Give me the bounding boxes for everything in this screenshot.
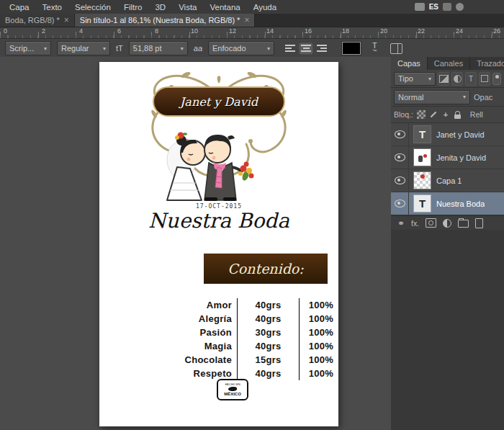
row-qty: 15grs [238,353,300,367]
ruler-tick: 12 [229,27,236,35]
new-layer-icon[interactable] [475,218,483,228]
lock-transparency-icon[interactable] [417,110,426,119]
row-qty: 40grs [238,312,300,326]
eye-icon [395,200,405,207]
menu-seleccion[interactable]: Selección [68,1,117,13]
mexico-stamp: HECHO EN MÉXICO [217,379,248,400]
tool-preset-dropdown[interactable]: Scrip... ▾ [5,41,51,55]
chevron-down-icon: ▾ [267,45,270,52]
layer-row-nuestra-boda[interactable]: T Nuestra Boda [391,192,504,215]
lock-all-icon[interactable] [454,110,462,119]
ruler-tick: 4 [79,27,83,35]
font-size-dropdown[interactable]: 51,88 pt ▾ [129,41,188,55]
filter-shape-button[interactable] [479,72,490,86]
names-plaque: Janet y David [153,86,285,117]
tray-app-icon[interactable] [456,3,464,11]
content-heading-bar: Contenido: [204,254,328,284]
link-layers-icon[interactable]: ⚭ [397,219,405,228]
toggle-panels-button[interactable] [390,43,402,54]
ruler-tick: 10 [191,27,198,35]
ime-icon[interactable] [443,3,451,11]
tab-trazados[interactable]: Trazados [470,57,504,70]
lock-position-icon[interactable]: + [441,110,450,119]
layer-row-jenita-y-david[interactable]: Jenita y David [391,146,504,169]
eye-icon [395,176,405,184]
ruler-tick: 0 [4,27,7,35]
language-indicator[interactable]: ES [429,3,438,11]
row-qty: 40grs [238,339,300,353]
close-icon[interactable]: × [244,16,249,24]
ruler-tick: 14 [266,27,274,35]
fill-label: Rell [470,110,483,119]
content-heading: Contenido: [228,261,303,277]
tab-sin-titulo[interactable]: Sin título-1 al 86,1% (Nuestra Boda, RGB… [75,14,256,27]
row-label: Magia [163,339,238,353]
visibility-toggle[interactable] [391,169,409,192]
add-mask-icon[interactable] [426,218,436,228]
warp-wave-icon: ~ [372,48,377,53]
align-left-button[interactable] [283,42,297,55]
align-center-icon [301,44,311,53]
filter-kind-dropdown[interactable]: Tipo ▾ [394,72,436,86]
main-area: Janet y David [0,57,504,430]
tab-label: Boda, RGB/8) * [5,16,60,24]
keyboard-icon[interactable] [415,3,425,11]
menu-filtro[interactable]: Filtro [117,1,149,13]
align-center-button[interactable] [299,42,313,55]
chevron-down-icon: ▾ [181,45,184,52]
filter-toggle-switch[interactable] [492,73,501,85]
document-canvas[interactable]: Janet y David [99,62,338,426]
blend-mode-value: Normal [398,93,423,102]
layer-name: Jenita y David [436,153,486,162]
transparent-layer-thumbnail[interactable] [413,171,431,189]
tab-canales[interactable]: Canales [428,57,470,70]
lock-pixels-icon[interactable] [429,110,438,119]
row-qty: 40grs [238,298,300,312]
align-right-button[interactable] [315,42,329,55]
filter-adjustment-button[interactable] [451,72,463,86]
eye-icon [395,153,405,161]
layers-panel: Tipo ▾ T Normal ▾ Opac [391,70,504,230]
text-layer-thumbnail[interactable]: T [413,125,431,143]
horizontal-ruler[interactable]: 0 2 4 6 8 10 12 14 16 18 20 22 24 26 [0,27,504,39]
filter-pixel-button[interactable] [438,72,449,86]
content-table: Amor 40grs 100% Alegría 40grs 100% Pasió… [163,298,338,380]
document-title-text: Nuestra Boda [99,209,338,233]
anti-alias-dropdown[interactable]: Enfocado ▾ [208,41,274,55]
image-icon [439,75,449,83]
row-pct: 100% [300,326,338,339]
layer-style-fx-icon[interactable]: fx. [411,219,419,228]
panel-background [391,230,504,430]
filter-type-button[interactable]: T [465,72,477,86]
menu-ayuda[interactable]: Ayuda [247,1,283,13]
menu-texto[interactable]: Texto [36,1,69,13]
tab-boda[interactable]: Boda, RGB/8) * × [0,14,75,27]
menu-capa[interactable]: Capa [3,1,36,13]
close-icon[interactable]: × [64,16,69,24]
ruler-tick: 22 [418,27,425,35]
menu-ventana[interactable]: Ventana [204,1,247,13]
warp-text-button[interactable]: T ~ [372,43,377,53]
new-group-icon[interactable] [458,220,469,228]
menu-3d[interactable]: 3D [148,1,172,13]
ruler-tick: 2 [42,27,45,35]
layer-row-janet-y-david[interactable]: T Janet y David [391,123,504,146]
image-layer-thumbnail[interactable] [413,148,431,166]
visibility-toggle[interactable] [391,192,409,215]
shape-icon [481,75,488,82]
blend-mode-dropdown[interactable]: Normal ▾ [394,90,470,104]
row-label: Chocolate [163,353,238,367]
visibility-toggle[interactable] [391,146,409,169]
tab-capas[interactable]: Capas [391,57,428,70]
font-size-icon: tT [116,44,123,53]
menu-vista[interactable]: Vista [172,1,203,13]
pasteboard[interactable]: Janet y David [0,57,391,430]
visibility-toggle[interactable] [391,123,409,145]
font-size-value: 51,88 pt [133,44,162,53]
text-color-swatch[interactable] [342,42,361,55]
text-layer-thumbnail[interactable]: T [413,194,431,212]
adjustment-layer-icon[interactable] [443,219,451,228]
layer-row-capa-1[interactable]: Capa 1 [391,169,504,192]
font-style-dropdown[interactable]: Regular ▾ [57,41,110,55]
document-tab-bar: Boda, RGB/8) * × Sin título-1 al 86,1% (… [0,14,504,27]
